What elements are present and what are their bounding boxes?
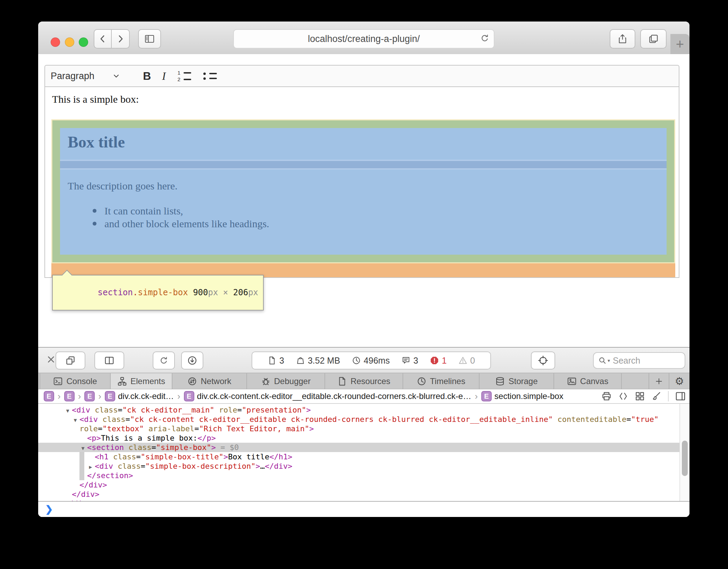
share-icon (617, 33, 628, 44)
new-tab-button[interactable]: + (670, 34, 689, 54)
divider (668, 391, 669, 401)
forward-button[interactable] (112, 29, 130, 49)
new-tab-label: + (676, 36, 684, 52)
breadcrumb-item[interactable]: Ediv.ck.ck-edit… (105, 391, 174, 401)
bold-button[interactable]: B (143, 70, 151, 83)
back-icon (98, 34, 108, 44)
dom-tree-row[interactable]: ▼<div class="ck ck-content ck-editor__ed… (38, 415, 689, 424)
dom-tree-row[interactable]: ▶<div class="simple-box-description">…</… (38, 461, 689, 471)
element-picker-button[interactable] (531, 351, 555, 370)
dom-tree-row[interactable]: <p>This is a simple box:</p> (38, 433, 689, 443)
download-button[interactable] (181, 351, 203, 370)
tab-resources[interactable]: Resources (325, 373, 403, 389)
breadcrumb-item[interactable]: E (84, 391, 95, 401)
breadcrumb-separator: › (475, 391, 478, 402)
crosshair-icon (537, 355, 549, 366)
tab-network[interactable]: Network (172, 373, 247, 389)
breadcrumb-actions (598, 389, 686, 403)
sidebar-icon (144, 33, 155, 44)
disclosure-open-icon[interactable]: ▼ (64, 406, 72, 416)
dom-tree-row[interactable]: </section> (38, 471, 689, 480)
panel-right-icon[interactable] (675, 391, 686, 402)
dom-tree-row[interactable]: </div> (38, 499, 689, 501)
dock-side-button[interactable] (94, 351, 124, 370)
detach-inspector-button[interactable] (56, 351, 85, 370)
tab-debugger[interactable]: Debugger (247, 373, 325, 389)
search-input[interactable] (612, 355, 672, 366)
prompt-chevron-icon: ❯ (45, 504, 53, 515)
close-window-button[interactable] (51, 37, 60, 47)
breadcrumb-item[interactable]: E (44, 391, 54, 401)
code-brackets-icon[interactable] (618, 391, 628, 401)
scrollbar-thumb[interactable] (682, 441, 688, 476)
sidebar-toggle-button[interactable] (138, 29, 161, 49)
tree-scrollbar[interactable] (679, 404, 689, 501)
tab-timelines[interactable]: Timelines (403, 373, 480, 389)
tooltip-class: simple-box (138, 288, 188, 297)
debugger-tab-icon (261, 376, 271, 386)
breadcrumb-item[interactable]: E (64, 391, 75, 401)
highlight-margin-overlap (60, 161, 667, 168)
italic-button[interactable]: I (162, 70, 166, 83)
dom-tree-row[interactable]: </div> (38, 480, 689, 490)
reload-page-button[interactable] (153, 351, 175, 370)
tab-canvas[interactable]: Canvas (554, 373, 622, 389)
dom-tree-row[interactable]: </div> (38, 490, 689, 499)
zoom-window-button[interactable] (79, 37, 88, 47)
disclosure-open-icon[interactable]: ▼ (71, 416, 79, 425)
paintbrush-icon[interactable] (651, 391, 662, 401)
tab-storage[interactable]: Storage (480, 373, 554, 389)
plus-icon (654, 377, 663, 386)
console-prompt[interactable]: ❯ (38, 501, 689, 517)
search-icon (598, 356, 607, 365)
element-dimensions-tooltip: section.simple-box 900px × 206px (52, 275, 264, 311)
stat-warning: 0 (458, 356, 475, 366)
stat-value: 3.52 MB (308, 356, 340, 366)
breadcrumb-item[interactable]: Ediv.ck.ck-content.ck-editor__editable.c… (184, 391, 472, 401)
ckeditor: Paragraph B I 12 This is a simple box: (44, 65, 679, 278)
stat-weight: 3.52 MB (296, 356, 340, 366)
new-tab-button[interactable] (649, 373, 669, 389)
web-inspector: 33.52 MB496ms310 ▾ ConsoleElementsNetwor… (38, 347, 689, 517)
numbered-list-button[interactable]: 12 (177, 71, 191, 82)
box-description: The description goes here. (68, 180, 178, 192)
grid-icon[interactable] (635, 391, 645, 401)
tooltip-dot: . (133, 288, 138, 297)
dock-side-icon (104, 355, 115, 366)
stat-error: 1 (430, 356, 447, 366)
dom-tree-row[interactable]: ▼<div class="ck ck-editor__main" role="p… (38, 405, 689, 415)
inspector-tab-bar: ConsoleElementsNetworkDebuggerResourcesT… (38, 373, 689, 389)
inspector-search: ▾ (593, 352, 685, 369)
bulleted-list-button[interactable] (202, 73, 217, 80)
address-bar[interactable]: localhost/creating-a-plugin/ (233, 29, 494, 49)
safari-window: localhost/creating-a-plugin/ + Paragraph… (38, 22, 689, 517)
breadcrumb-item[interactable]: Esection.simple-box (481, 391, 564, 401)
dom-tree-row[interactable]: <h1 class="simple-box-title">Box title</… (38, 452, 689, 461)
breadcrumb-separator: › (78, 391, 81, 402)
web-page: Paragraph B I 12 This is a simple box: (38, 54, 689, 347)
tab-elements[interactable]: Elements (111, 373, 172, 389)
breadcrumb-label: div.ck.ck-content.ck-editor__editable.ck… (197, 391, 472, 401)
disclosure-closed-icon[interactable]: ▶ (86, 462, 95, 472)
paragraph-dropdown[interactable]: Paragraph (51, 71, 121, 82)
error-icon (430, 356, 439, 365)
minimize-window-button[interactable] (65, 37, 74, 47)
printer-icon[interactable] (601, 391, 612, 401)
close-inspector-button[interactable] (46, 354, 56, 365)
settings-tab-button[interactable]: ⚙ (669, 373, 689, 389)
reload-icon[interactable] (480, 33, 490, 43)
element-badge: E (84, 391, 95, 401)
dom-tree: ▼<div class="ck ck-editor__main" role="p… (38, 404, 689, 501)
disclosure-open-icon[interactable]: ▼ (79, 444, 87, 453)
reload-icon (159, 356, 169, 365)
share-button[interactable] (610, 29, 635, 49)
inspector-toolbar: 33.52 MB496ms310 ▾ (38, 348, 689, 373)
tab-console[interactable]: Console (40, 373, 111, 389)
search-scope-chevron: ▾ (608, 358, 610, 363)
editable-area[interactable]: This is a simple box: Box title The desc… (44, 87, 679, 278)
dom-tree-row[interactable]: role="textbox" aria-label="Rich Text Edi… (38, 424, 689, 433)
dom-tree-row-selected[interactable]: ▼<section class="simple-box"> = $0 (38, 443, 689, 452)
tab-overview-button[interactable] (640, 29, 667, 49)
back-button[interactable] (94, 29, 112, 49)
stat-value: 496ms (364, 356, 390, 366)
